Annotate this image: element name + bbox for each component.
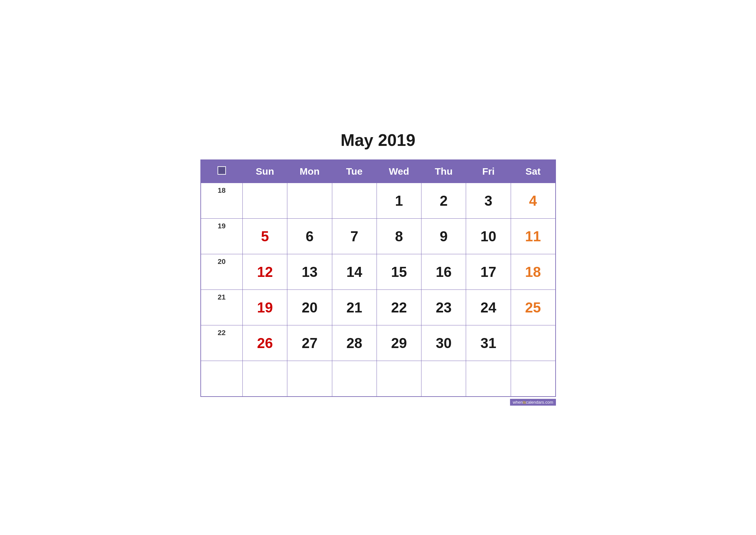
day-cell: [243, 183, 287, 219]
day-cell: 22: [377, 290, 421, 325]
day-cell: 4: [511, 183, 555, 219]
header-sun: Sun: [243, 160, 287, 183]
day-cell: [332, 183, 377, 219]
watermark-is: is: [523, 400, 526, 405]
day-cell: [287, 183, 332, 219]
day-number: 18: [514, 258, 552, 286]
day-cell: 1: [377, 183, 421, 219]
extra-cell: [201, 361, 243, 397]
day-number: 29: [380, 329, 418, 357]
day-number: 20: [290, 293, 328, 322]
day-cell: 18: [511, 254, 555, 290]
day-number: 5: [246, 222, 284, 251]
day-number: 23: [425, 293, 463, 322]
day-cell: 15: [377, 254, 421, 290]
day-cell: 28: [332, 325, 377, 361]
header-fri: Fri: [466, 160, 511, 183]
day-cell: 16: [421, 254, 466, 290]
day-number: 26: [246, 329, 284, 357]
day-cell: 26: [243, 325, 287, 361]
week-number-21: 21: [201, 290, 243, 325]
week-row-22: 22262728293031: [201, 325, 555, 361]
day-number: 1: [380, 186, 418, 215]
day-cell: [511, 325, 555, 361]
day-number: 9: [425, 222, 463, 251]
day-cell: 3: [466, 183, 511, 219]
day-cell: 12: [243, 254, 287, 290]
day-number: 27: [290, 329, 328, 357]
day-number: 22: [380, 293, 418, 322]
day-cell: 31: [466, 325, 511, 361]
extra-cell: [466, 361, 511, 397]
extra-cell: [421, 361, 466, 397]
day-cell: 9: [421, 219, 466, 254]
header-thu: Thu: [421, 160, 466, 183]
day-cell: 11: [511, 219, 555, 254]
watermark-prefix: when: [513, 400, 523, 405]
day-number: 13: [290, 258, 328, 286]
week-column-header: [201, 160, 243, 183]
week-number-18: 18: [201, 183, 243, 219]
extra-cell: [332, 361, 377, 397]
day-number: 15: [380, 258, 418, 286]
day-number: 19: [246, 293, 284, 322]
day-cell: 2: [421, 183, 466, 219]
week-row-21: 2119202122232425: [201, 290, 555, 325]
day-cell: 20: [287, 290, 332, 325]
extra-cell: [287, 361, 332, 397]
day-cell: 25: [511, 290, 555, 325]
day-number: 8: [380, 222, 418, 251]
day-number: 11: [514, 222, 552, 251]
day-cell: 30: [421, 325, 466, 361]
day-cell: 24: [466, 290, 511, 325]
day-number: 21: [336, 293, 373, 322]
header-sat: Sat: [511, 160, 555, 183]
day-cell: 23: [421, 290, 466, 325]
watermark[interactable]: wheniscalendars.com: [201, 400, 556, 405]
week-row-19: 19567891011: [201, 219, 555, 254]
day-cell: 10: [466, 219, 511, 254]
day-cell: 17: [466, 254, 511, 290]
day-cell: 27: [287, 325, 332, 361]
day-number: 31: [469, 329, 507, 357]
extra-row: [201, 361, 555, 397]
day-number: 17: [469, 258, 507, 286]
day-number: 30: [425, 329, 463, 357]
day-cell: 19: [243, 290, 287, 325]
header-wed: Wed: [377, 160, 421, 183]
calendar-table: Sun Mon Tue Wed Thu Fri Sat 181234195678…: [201, 159, 556, 397]
watermark-suffix: calendars.com: [526, 400, 554, 405]
header-row: Sun Mon Tue Wed Thu Fri Sat: [201, 160, 555, 183]
calendar-title: May 2019: [201, 130, 556, 150]
day-number: 16: [425, 258, 463, 286]
day-number: 2: [425, 186, 463, 215]
day-cell: 5: [243, 219, 287, 254]
watermark-link[interactable]: wheniscalendars.com: [510, 399, 555, 406]
header-tue: Tue: [332, 160, 377, 183]
day-number: 6: [290, 222, 328, 251]
day-number: 14: [336, 258, 373, 286]
week-row-20: 2012131415161718: [201, 254, 555, 290]
day-cell: 7: [332, 219, 377, 254]
day-cell: 6: [287, 219, 332, 254]
day-number: 4: [514, 186, 552, 215]
day-number: 28: [336, 329, 373, 357]
week-number-19: 19: [201, 219, 243, 254]
week-number-20: 20: [201, 254, 243, 290]
calendar-container: May 2019 Sun Mon Tue Wed Thu Fri Sat 181…: [201, 130, 556, 405]
day-number: 25: [514, 293, 552, 322]
week-row-18: 181234: [201, 183, 555, 219]
week-icon: [218, 166, 226, 175]
day-number: 12: [246, 258, 284, 286]
week-number-22: 22: [201, 325, 243, 361]
day-number: 24: [469, 293, 507, 322]
extra-cell: [511, 361, 555, 397]
extra-cell: [377, 361, 421, 397]
day-number: 7: [336, 222, 373, 251]
header-mon: Mon: [287, 160, 332, 183]
day-number: 10: [469, 222, 507, 251]
day-cell: 29: [377, 325, 421, 361]
day-cell: 21: [332, 290, 377, 325]
extra-cell: [243, 361, 287, 397]
day-number: 3: [469, 186, 507, 215]
